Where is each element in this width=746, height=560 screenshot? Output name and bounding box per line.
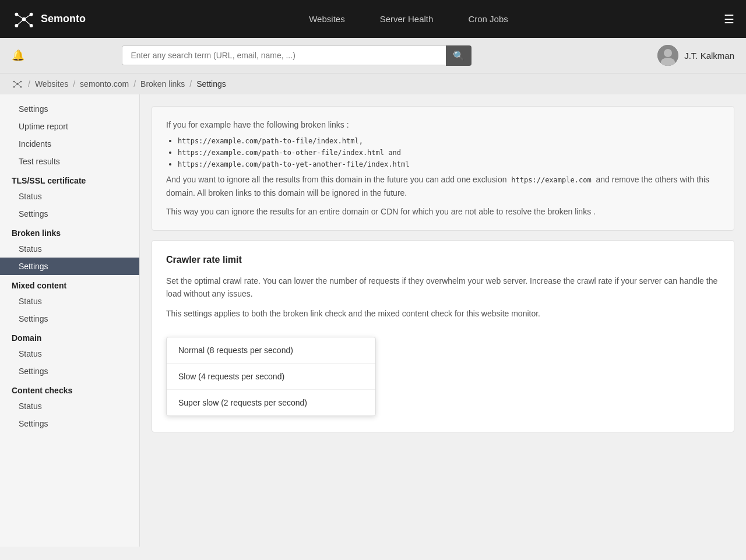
logo-text: Semonto [41,13,86,25]
sidebar-item-content-checks-settings[interactable]: Settings [0,415,139,432]
info-link-3: https://example.com/path-to-yet-another-… [178,159,720,168]
sidebar-item-tls-status[interactable]: Status [0,188,139,205]
crawler-title: Crawler rate limit [166,255,720,265]
notification-bell-icon[interactable]: 🔔 [12,49,24,62]
breadcrumb-current: Settings [196,79,226,89]
sidebar-item-domain-status[interactable]: Status [0,345,139,362]
breadcrumb-sep-3: / [189,79,192,89]
breadcrumb-sep-0: / [28,79,30,89]
sidebar-section-title-tls: TLS/SSL certificate [0,170,139,188]
nav-cron-jobs[interactable]: Cron Jobs [468,14,508,24]
info-text1: And you want to ignore all the results f… [166,173,720,199]
logo-icon [12,7,36,31]
sidebar-section-content-checks: Content checks Status Settings [0,380,139,432]
sidebar-item-mixed-content-settings[interactable]: Settings [0,310,139,327]
sidebar-item-broken-links-settings[interactable]: Settings [0,258,139,275]
nav-server-health[interactable]: Server Health [380,14,434,24]
hamburger-menu[interactable]: ☰ [724,12,734,26]
sidebar-item-broken-links-status[interactable]: Status [0,240,139,258]
info-domain-code: https://example.com [511,176,591,184]
info-link-2: https://example.com/path-to-other-file/i… [178,147,720,157]
crawler-text1: Set the optimal crawl rate. You can lowe… [166,274,720,301]
crawl-rate-slow[interactable]: Slow (4 requests per second) [167,364,375,390]
user-info: J.T. Kalkman [657,45,734,66]
svg-line-6 [24,14,31,19]
crawl-rate-dropdown-menu: Normal (8 requests per second) Slow (4 r… [166,337,376,416]
info-card: If you for example have the following br… [152,106,734,231]
breadcrumb-websites[interactable]: Websites [35,79,68,89]
svg-line-17 [14,82,17,84]
content-area: If you for example have the following br… [140,94,746,547]
avatar [657,45,678,66]
breadcrumb-domain[interactable]: semonto.com [80,79,129,89]
svg-point-10 [664,49,672,57]
search-container: 🔍 [122,45,471,66]
crawler-card: Crawler rate limit Set the optimal crawl… [152,240,734,432]
sidebar-section-title-broken-links: Broken links [0,223,139,240]
sidebar-item-settings-general[interactable]: Settings [0,100,139,118]
search-button[interactable]: 🔍 [446,45,471,66]
sidebar-item-domain-settings[interactable]: Settings [0,362,139,380]
info-links-list: https://example.com/path-to-file/index.h… [178,136,720,168]
crawler-text2: This settings applies to both the broken… [166,307,720,320]
svg-line-20 [17,84,21,87]
sidebar-section-title-content-checks: Content checks [0,380,139,397]
crawl-rate-normal[interactable]: Normal (8 requests per second) [167,337,375,364]
search-bar: 🔔 🔍 J.T. Kalkman [0,38,746,73]
breadcrumb-broken-links[interactable]: Broken links [140,79,185,89]
svg-line-7 [16,19,24,26]
sidebar-section-title-domain: Domain [0,327,139,345]
top-navigation: Semonto Websites Server Health Cron Jobs… [0,0,746,38]
crawl-rate-dropdown[interactable]: Normal (8 requests per second) Slow (4 r… [166,337,376,416]
svg-line-8 [24,19,31,26]
info-intro: If you for example have the following br… [166,118,720,131]
svg-line-18 [17,82,21,84]
breadcrumb-sep-1: / [73,79,75,89]
svg-line-5 [16,14,24,19]
sidebar-section-general: Settings Uptime report Incidents Test re… [0,100,139,170]
breadcrumb-home-icon [12,78,23,90]
sidebar-item-test-results[interactable]: Test results [0,153,139,170]
sidebar-section-mixed-content: Mixed content Status Settings [0,275,139,327]
sidebar-item-uptime-report[interactable]: Uptime report [0,118,139,135]
sidebar-item-tls-settings[interactable]: Settings [0,205,139,223]
breadcrumb-sep-2: / [133,79,136,89]
sidebar-item-incidents[interactable]: Incidents [0,135,139,153]
sidebar-item-mixed-content-status[interactable]: Status [0,293,139,310]
nav-links: Websites Server Health Cron Jobs [117,14,701,24]
sidebar-section-domain: Domain Status Settings [0,327,139,380]
sidebar-item-content-checks-status[interactable]: Status [0,397,139,415]
svg-line-19 [14,84,17,87]
info-link-1: https://example.com/path-to-file/index.h… [178,136,720,145]
breadcrumb: / Websites / semonto.com / Broken links … [0,73,746,94]
sidebar-section-broken-links: Broken links Status Settings [0,223,139,275]
avatar-image [657,45,678,66]
nav-websites[interactable]: Websites [309,14,344,24]
user-name: J.T. Kalkman [684,51,734,61]
main-layout: Settings Uptime report Incidents Test re… [0,94,746,547]
sidebar-section-tls: TLS/SSL certificate Status Settings [0,170,139,223]
logo[interactable]: Semonto [12,7,93,31]
search-input[interactable] [122,45,446,65]
info-text3: This way you can ignore the results for … [166,205,720,218]
crawl-rate-super-slow[interactable]: Super slow (2 requests per second) [167,390,375,415]
sidebar-section-title-mixed-content: Mixed content [0,275,139,293]
sidebar: Settings Uptime report Incidents Test re… [0,94,140,547]
